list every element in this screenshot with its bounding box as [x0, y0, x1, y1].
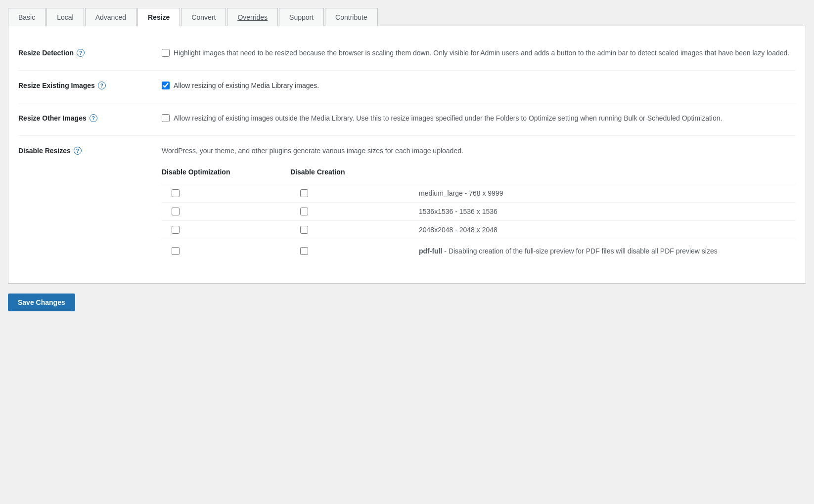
- resize-detection-control: Highlight images that need to be resized…: [157, 48, 796, 60]
- disable-resizes-control: WordPress, your theme, and other plugins…: [157, 146, 796, 261]
- disable-create-medium-large-checkbox[interactable]: [300, 189, 308, 197]
- tab-local[interactable]: Local: [46, 8, 84, 26]
- disable-create-1536-checkbox[interactable]: [300, 208, 308, 215]
- disable-resizes-row: Disable Resizes ? WordPress, your theme,…: [18, 136, 796, 271]
- save-changes-button[interactable]: Save Changes: [8, 294, 75, 311]
- col-disable-create-medium-large: [290, 189, 419, 197]
- disable-opt-1536-checkbox[interactable]: [172, 208, 180, 215]
- resize-existing-help-icon[interactable]: ?: [98, 82, 106, 89]
- resize-other-checkbox-row: Allow resizing of existing images outsid…: [162, 113, 796, 124]
- resize-other-description: Allow resizing of existing images outsid…: [174, 113, 722, 124]
- pdf-full-text: pdf-full - Disabling creation of the ful…: [419, 247, 718, 255]
- tabs-nav: Basic Local Advanced Resize Convert Over…: [8, 8, 806, 26]
- tab-contribute[interactable]: Contribute: [325, 8, 378, 26]
- disable-resizes-intro: WordPress, your theme, and other plugins…: [162, 146, 796, 156]
- resize-existing-checkbox-row: Allow resizing of existing Media Library…: [162, 81, 796, 91]
- resize-table-header: Disable Optimization Disable Creation: [162, 164, 796, 180]
- col-disable-opt-medium-large: [162, 189, 290, 197]
- resize-detection-description: Highlight images that need to be resized…: [174, 48, 789, 58]
- col-disable-create-1536: [290, 208, 419, 215]
- col-header-name: [419, 168, 796, 176]
- tab-advanced[interactable]: Advanced: [85, 8, 136, 26]
- resize-detection-help-icon[interactable]: ?: [77, 49, 85, 57]
- resize-existing-label: Resize Existing Images ?: [18, 81, 157, 89]
- col-disable-opt-pdf: [162, 246, 290, 255]
- disable-create-2048-checkbox[interactable]: [300, 226, 308, 234]
- col-header-disable-opt: Disable Optimization: [162, 168, 290, 176]
- resize-existing-row: Resize Existing Images ? Allow resizing …: [18, 71, 796, 103]
- resize-item-name-1536: 1536x1536 - 1536 x 1536: [419, 208, 796, 215]
- disable-opt-2048-checkbox[interactable]: [172, 226, 180, 234]
- resize-detection-row: Resize Detection ? Highlight images that…: [18, 38, 796, 71]
- resize-detection-label: Resize Detection ?: [18, 48, 157, 57]
- resize-other-control: Allow resizing of existing images outsid…: [157, 113, 796, 126]
- resize-item-pdf-full: pdf-full - Disabling creation of the ful…: [162, 239, 796, 261]
- col-disable-create-pdf: [290, 246, 419, 255]
- disable-create-pdf-checkbox[interactable]: [300, 247, 308, 255]
- resize-existing-control: Allow resizing of existing Media Library…: [157, 81, 796, 93]
- disable-opt-medium-large-checkbox[interactable]: [172, 189, 180, 197]
- resize-detection-checkbox-row: Highlight images that need to be resized…: [162, 48, 796, 58]
- disable-resizes-label: Disable Resizes ?: [18, 146, 157, 155]
- disable-opt-pdf-checkbox[interactable]: [172, 247, 180, 255]
- col-disable-opt-2048: [162, 226, 290, 234]
- resize-other-help-icon[interactable]: ?: [90, 114, 97, 122]
- resize-existing-description: Allow resizing of existing Media Library…: [174, 81, 319, 91]
- disable-resizes-help-icon[interactable]: ?: [74, 147, 82, 155]
- col-header-disable-create: Disable Creation: [290, 168, 419, 176]
- resize-item-2048: 2048x2048 - 2048 x 2048: [162, 220, 796, 239]
- tab-support[interactable]: Support: [279, 8, 324, 26]
- col-disable-create-2048: [290, 226, 419, 234]
- pdf-full-note: Disabling creation of the full-size prev…: [449, 247, 718, 255]
- save-button-area: Save Changes: [8, 284, 806, 316]
- page-wrapper: Basic Local Advanced Resize Convert Over…: [0, 0, 814, 324]
- resize-other-checkbox[interactable]: [162, 114, 170, 122]
- resize-other-label: Resize Other Images ?: [18, 113, 157, 122]
- pdf-full-name: pdf-full: [419, 247, 442, 255]
- resize-item-name-medium-large: medium_large - 768 x 9999: [419, 189, 796, 197]
- resize-item-name-2048: 2048x2048 - 2048 x 2048: [419, 226, 796, 234]
- resize-other-row: Resize Other Images ? Allow resizing of …: [18, 103, 796, 136]
- col-disable-opt-1536: [162, 208, 290, 215]
- tab-overrides[interactable]: Overrides: [227, 8, 278, 26]
- resize-detection-checkbox[interactable]: [162, 49, 170, 57]
- content-area: Resize Detection ? Highlight images that…: [8, 26, 806, 284]
- resize-item-1536: 1536x1536 - 1536 x 1536: [162, 202, 796, 220]
- resize-item-name-pdf: pdf-full - Disabling creation of the ful…: [419, 246, 796, 256]
- resize-existing-checkbox[interactable]: [162, 82, 170, 89]
- resize-item-medium-large: medium_large - 768 x 9999: [162, 184, 796, 202]
- tab-basic[interactable]: Basic: [8, 8, 45, 26]
- tab-convert[interactable]: Convert: [181, 8, 226, 26]
- tab-resize[interactable]: Resize: [137, 8, 180, 26]
